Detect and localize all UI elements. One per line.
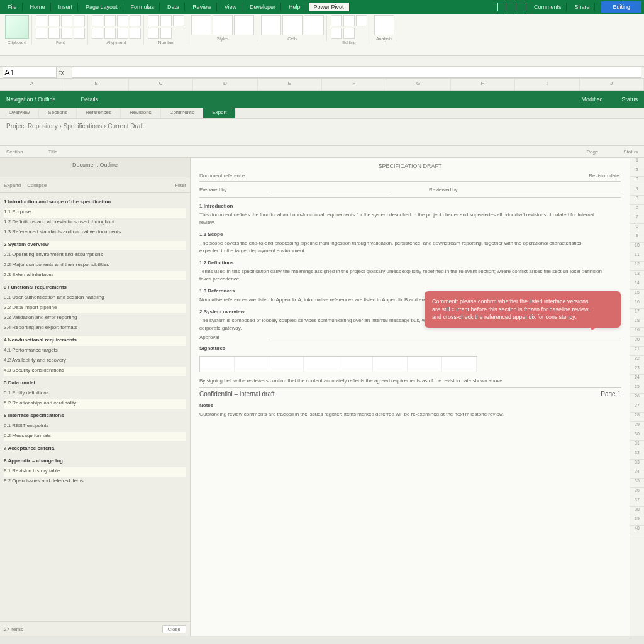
percent-icon[interactable] [160, 15, 172, 26]
orientation-icon[interactable] [130, 28, 141, 39]
align-right-icon[interactable] [117, 15, 128, 26]
outline-row[interactable]: 6.1 REST endpoints [4, 422, 186, 432]
outline-row[interactable]: 4.1 Performance targets [4, 347, 186, 357]
col-header[interactable]: F [322, 79, 386, 90]
minimize-icon[interactable] [497, 3, 506, 11]
row-number[interactable]: 28 [630, 413, 644, 422]
col-header[interactable]: B [64, 79, 128, 90]
subtab-sections[interactable]: Sections [39, 108, 77, 118]
sidebar-filter-button[interactable]: Filter [175, 182, 186, 188]
field-value[interactable] [269, 187, 391, 192]
font-size-icon[interactable] [61, 28, 72, 39]
delete-cells-icon[interactable] [282, 15, 303, 35]
indent-decrease-icon[interactable] [104, 28, 116, 39]
outline-row[interactable]: 1.2 Definitions and abbreviations used t… [4, 218, 186, 228]
row-number[interactable]: 27 [630, 403, 644, 413]
row-number[interactable]: 19 [630, 328, 644, 337]
outline-row[interactable]: 4 Non-functional requirements [4, 336, 186, 347]
maximize-icon[interactable] [508, 3, 516, 11]
border-icon[interactable] [48, 28, 60, 39]
row-number[interactable]: 39 [630, 516, 644, 526]
indent-increase-icon[interactable] [117, 28, 128, 39]
col-header[interactable]: I [515, 79, 579, 90]
fx-icon[interactable]: fx [59, 69, 69, 76]
col-header[interactable]: J [580, 79, 644, 90]
name-box[interactable] [3, 67, 57, 78]
outline-row[interactable]: 5 Data model [4, 379, 186, 389]
row-number[interactable]: 38 [630, 507, 644, 516]
ribbon-tab-powerpivot[interactable]: Power Pivot [309, 3, 350, 11]
row-number[interactable]: 36 [630, 488, 644, 497]
document-pane[interactable]: SPECIFICATION DRAFT Document reference: … [191, 158, 630, 636]
row-number[interactable]: 23 [630, 365, 644, 375]
col-header[interactable]: E [258, 79, 322, 90]
comments-button[interactable]: Comments [529, 3, 567, 11]
row-number[interactable]: 2 [630, 167, 644, 177]
row-number[interactable]: 21 [630, 347, 644, 356]
cell-styles-icon[interactable] [234, 15, 254, 35]
row-number[interactable]: 3 [630, 177, 644, 186]
clear-icon[interactable] [356, 15, 367, 26]
outline-row[interactable]: 1.3 Referenced standards and normative d… [4, 228, 186, 238]
align-left-icon[interactable] [92, 15, 103, 26]
row-number[interactable]: 33 [630, 460, 644, 469]
format-cells-icon[interactable] [304, 15, 324, 35]
underline-icon[interactable] [61, 15, 72, 26]
outline-row[interactable]: 5.1 Entity definitions [4, 389, 186, 399]
row-number[interactable]: 24 [630, 375, 644, 384]
outline-row[interactable]: 5.2 Relationships and cardinality [4, 399, 186, 409]
align-center-icon[interactable] [104, 15, 116, 26]
subtab-comments[interactable]: Comments [161, 108, 204, 118]
row-number[interactable]: 20 [630, 337, 644, 347]
ribbon-tab-formulas[interactable]: Formulas [126, 3, 160, 11]
row-number[interactable]: 34 [630, 469, 644, 479]
row-number[interactable]: 22 [630, 356, 644, 365]
outline-row[interactable]: 3.1 User authentication and session hand… [4, 294, 186, 304]
sidebar-collapse-button[interactable]: Collapse [27, 182, 47, 188]
font-color-icon[interactable] [74, 15, 85, 26]
outline-row[interactable]: 3.2 Data import pipeline [4, 304, 186, 314]
row-number[interactable]: 10 [630, 243, 644, 252]
outline-row[interactable]: 8 Appendix – change log [4, 457, 186, 467]
ribbon-tab-home[interactable]: Home [25, 3, 51, 11]
share-button[interactable]: Share [569, 3, 595, 11]
comment-callout[interactable]: Comment: please confirm whether the list… [425, 291, 621, 328]
row-number[interactable]: 1 [630, 158, 644, 167]
row-number[interactable]: 25 [630, 384, 644, 394]
col-header[interactable]: H [451, 79, 515, 90]
row-number[interactable]: 4 [630, 186, 644, 196]
col-header[interactable]: D [193, 79, 257, 90]
outline-row[interactable]: 8.2 Open issues and deferred items [4, 477, 186, 487]
row-number[interactable]: 29 [630, 422, 644, 431]
sidebar-close-button[interactable]: Close [162, 625, 186, 633]
outline-row[interactable]: 2.1 Operating environment and assumption… [4, 251, 186, 261]
outline-row[interactable]: 1.1 Purpose [4, 208, 186, 218]
outline-row[interactable]: 7 Acceptance criteria [4, 445, 186, 455]
field-value[interactable] [269, 335, 621, 340]
row-number[interactable]: 35 [630, 479, 644, 488]
row-number[interactable]: 11 [630, 252, 644, 262]
italic-icon[interactable] [48, 15, 60, 26]
currency-icon[interactable] [148, 15, 159, 26]
fill-icon[interactable] [343, 15, 355, 26]
ribbon-tab-developer[interactable]: Developer [245, 3, 281, 11]
outline-row[interactable]: 2.3 External interfaces [4, 271, 186, 281]
find-select-icon[interactable] [343, 28, 355, 39]
merge-icon[interactable] [92, 28, 103, 39]
row-number[interactable]: 5 [630, 196, 644, 205]
analyze-data-icon[interactable] [374, 15, 394, 35]
fill-color-icon[interactable] [36, 28, 47, 39]
sort-filter-icon[interactable] [331, 28, 342, 39]
outline-row[interactable]: 3.3 Validation and error reporting [4, 314, 186, 324]
signature-cells[interactable] [199, 356, 477, 372]
outline-row[interactable]: 4.2 Availability and recovery [4, 357, 186, 367]
wrap-text-icon[interactable] [130, 15, 141, 26]
subtab-overview[interactable]: Overview [0, 108, 39, 118]
font-family-icon[interactable] [74, 28, 85, 39]
outline-row[interactable]: 2.2 Major components and their responsib… [4, 261, 186, 271]
close-icon[interactable] [518, 3, 526, 11]
outline-row[interactable]: 1 Introduction and scope of the specific… [4, 198, 186, 208]
subtab-export[interactable]: Export [203, 108, 236, 118]
row-number[interactable]: 13 [630, 271, 644, 280]
ribbon-tab-view[interactable]: View [219, 3, 242, 11]
